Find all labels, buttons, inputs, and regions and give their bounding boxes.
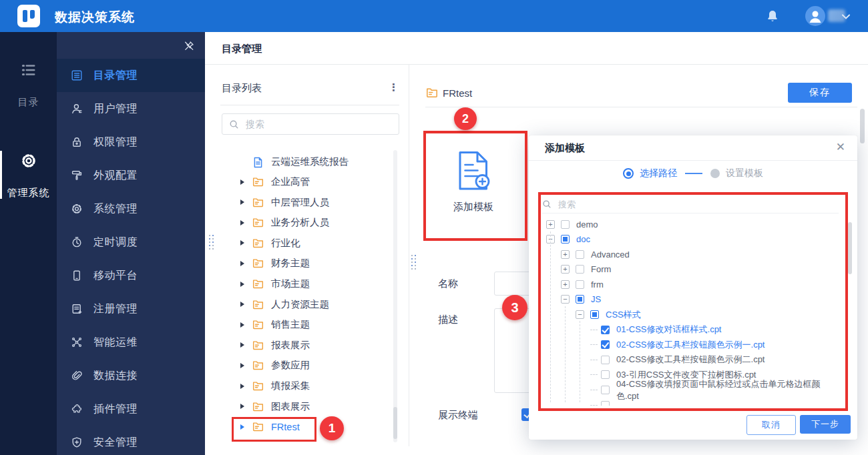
- template-tree-item[interactable]: 02-CSS修改工具栏按钮颜色示例二.cpt: [546, 354, 840, 366]
- sidebar-item-catalog-management[interactable]: 目录管理: [57, 59, 205, 92]
- sidebar-item-registration-management[interactable]: 注册管理: [57, 292, 205, 326]
- checkbox-indeterminate[interactable]: [561, 235, 570, 244]
- caret-right-icon[interactable]: [240, 261, 244, 266]
- close-icon[interactable]: ✕: [836, 141, 845, 154]
- caret-right-icon[interactable]: [240, 240, 244, 246]
- catalog-item-label: 报表展示: [271, 339, 310, 352]
- notification-bell-icon[interactable]: [765, 9, 780, 23]
- catalog-search-input[interactable]: [244, 118, 381, 130]
- checkbox-indeterminate[interactable]: [576, 295, 584, 304]
- rail-item-directory[interactable]: 目录: [0, 61, 57, 109]
- sidebar-item-schedule-management[interactable]: 定时调度: [57, 225, 205, 259]
- modal-search[interactable]: [542, 195, 839, 213]
- step-2[interactable]: 设置模板: [710, 167, 763, 179]
- add-template-button[interactable]: 添加模板: [429, 135, 518, 232]
- caret-right-icon[interactable]: [240, 282, 244, 287]
- main-scrollbar-thumb[interactable]: [860, 109, 865, 143]
- checkbox-unchecked[interactable]: [561, 220, 570, 229]
- template-tree-item[interactable]: 02-CSS修改工具栏按钮颜色示例一.cpt: [546, 339, 840, 351]
- template-tree-item[interactable]: 04-CSS修改填报页面中鼠标经过或点击单元格边框颜色.cpt: [546, 384, 840, 396]
- catalog-tree-item[interactable]: 市场主题: [222, 277, 393, 292]
- catalog-scrollbar-track[interactable]: [393, 150, 397, 442]
- caret-right-icon[interactable]: [240, 424, 244, 430]
- caret-right-icon[interactable]: [240, 302, 244, 307]
- user-avatar[interactable]: [805, 6, 825, 26]
- catalog-tree-item[interactable]: 参数应用: [222, 358, 393, 373]
- rail-item-management-system[interactable]: 管理系统: [0, 152, 57, 199]
- catalog-tree-item[interactable]: 报表展示: [222, 338, 393, 352]
- checkbox-checked[interactable]: [601, 326, 610, 334]
- checkbox-unchecked[interactable]: [601, 386, 610, 394]
- caret-right-icon[interactable]: [240, 179, 244, 185]
- unpin-icon[interactable]: [183, 40, 195, 52]
- template-tree-item[interactable]: +frm: [546, 278, 840, 290]
- sidebar-item-intelligent-ops[interactable]: 智能运维: [57, 326, 205, 359]
- chevron-down-icon[interactable]: [840, 11, 852, 23]
- sidebar-item-data-connection[interactable]: 数据连接: [57, 359, 205, 392]
- modal-scrollbar-thumb[interactable]: [848, 222, 852, 274]
- cancel-button[interactable]: 取消: [746, 415, 796, 435]
- expand-icon[interactable]: +: [561, 250, 570, 259]
- next-step-button[interactable]: 下一步: [800, 415, 851, 434]
- catalog-scrollbar-thumb[interactable]: [393, 407, 397, 439]
- sidebar-item-security-management[interactable]: 安全管理: [57, 426, 205, 455]
- catalog-search[interactable]: [222, 113, 399, 135]
- sidebar-splitter-handle[interactable]: [209, 235, 214, 250]
- caret-right-icon[interactable]: [240, 199, 244, 205]
- catalog-tree-item[interactable]: 业务分析人员: [222, 215, 393, 230]
- panel-splitter-handle[interactable]: [411, 255, 417, 270]
- register-icon: [70, 302, 83, 316]
- caret-right-icon[interactable]: [240, 220, 244, 225]
- caret-right-icon[interactable]: [240, 342, 244, 348]
- checkbox-unchecked[interactable]: [576, 280, 584, 289]
- checkbox-unchecked[interactable]: [601, 401, 610, 406]
- catalog-tree-item[interactable]: 财务主题: [222, 256, 393, 271]
- roller-icon: [70, 169, 83, 182]
- sidebar-item-permission-management[interactable]: 权限管理: [57, 125, 205, 159]
- save-button[interactable]: 保存: [788, 83, 852, 103]
- catalog-tree-item[interactable]: 企业高管: [222, 175, 393, 189]
- step-1[interactable]: 选择路径: [623, 167, 677, 179]
- template-tree-item[interactable]: −CSS样式: [546, 309, 840, 321]
- template-tree-item[interactable]: +demo: [546, 218, 840, 230]
- expand-icon[interactable]: +: [561, 280, 570, 289]
- expand-icon[interactable]: +: [546, 220, 555, 229]
- checkbox-unchecked[interactable]: [576, 265, 584, 274]
- sidebar-item-system-management[interactable]: 系统管理: [57, 192, 205, 225]
- collapse-icon[interactable]: −: [576, 310, 584, 319]
- modal-search-input[interactable]: [557, 199, 813, 210]
- sidebar-item-user-management[interactable]: 用户管理: [57, 92, 205, 125]
- checkbox-checked[interactable]: [601, 340, 610, 349]
- checkbox-unchecked[interactable]: [601, 356, 610, 364]
- template-tree-item[interactable]: +Advanced: [546, 248, 840, 260]
- checkbox-unchecked[interactable]: [601, 370, 610, 379]
- catalog-tree-item[interactable]: 云端运维系统报告: [222, 154, 393, 169]
- catalog-tree-item[interactable]: 中层管理人员: [222, 195, 393, 209]
- sidebar-item-mobile-platform[interactable]: 移动平台: [57, 259, 205, 292]
- catalog-tree-item[interactable]: 图表展示: [222, 399, 393, 414]
- sidebar-item-appearance-config[interactable]: 外观配置: [57, 159, 205, 192]
- catalog-tree-item[interactable]: 人力资源主题: [222, 297, 393, 312]
- expand-icon[interactable]: +: [561, 265, 570, 274]
- folder-icon: [252, 176, 264, 187]
- template-tree-item[interactable]: 01-CSS修改对话框样式.cpt: [546, 324, 840, 336]
- catalog-tree-item[interactable]: 填报采集: [222, 379, 393, 394]
- folder-icon: [252, 217, 264, 228]
- catalog-tree-item[interactable]: 行业化: [222, 236, 393, 250]
- sidebar-item-plugin-management[interactable]: 插件管理: [57, 392, 205, 426]
- checkbox-indeterminate[interactable]: [590, 310, 599, 319]
- caret-right-icon[interactable]: [240, 322, 244, 328]
- kebab-menu-icon[interactable]: ⋮: [389, 81, 399, 93]
- template-tree-item[interactable]: −JS: [546, 294, 840, 306]
- radio-selected-icon: [623, 168, 634, 179]
- catalog-tree-item[interactable]: FRtest: [222, 420, 393, 434]
- caret-right-icon[interactable]: [240, 384, 244, 389]
- checkbox-unchecked[interactable]: [576, 250, 584, 259]
- caret-right-icon[interactable]: [240, 404, 244, 409]
- collapse-icon[interactable]: −: [546, 235, 555, 244]
- template-tree-item[interactable]: +Form: [546, 264, 840, 276]
- collapse-icon[interactable]: −: [561, 295, 570, 304]
- template-tree-item[interactable]: −doc: [546, 234, 840, 246]
- catalog-tree-item[interactable]: 销售主题: [222, 318, 393, 332]
- caret-right-icon[interactable]: [240, 363, 244, 368]
